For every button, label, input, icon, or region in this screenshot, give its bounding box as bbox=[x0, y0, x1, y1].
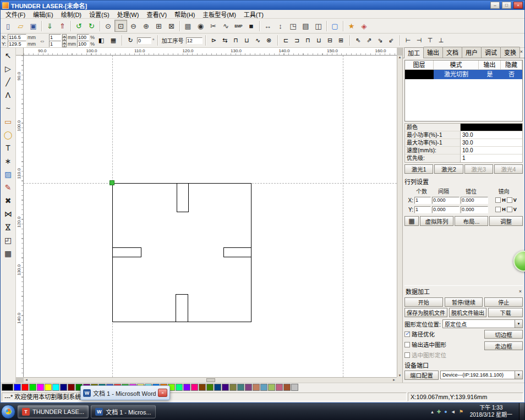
tab-output[interactable]: 输出 bbox=[423, 47, 443, 58]
tray-update-icon[interactable]: ● bbox=[444, 409, 447, 415]
output-selected-check[interactable]: 输出选中图形 bbox=[404, 340, 484, 349]
align-left-icon[interactable]: ⊏ bbox=[281, 35, 292, 46]
palette-swatch[interactable] bbox=[176, 384, 183, 391]
palette-swatch[interactable] bbox=[183, 384, 190, 391]
job-number-input[interactable] bbox=[186, 37, 203, 44]
mirror-v-tool-icon[interactable]: ⋈ bbox=[2, 220, 15, 233]
dropdown-arrow-icon[interactable]: ▼ bbox=[515, 371, 522, 379]
palette-swatch[interactable] bbox=[237, 384, 244, 391]
tab-process[interactable]: 加工 bbox=[404, 47, 424, 58]
tab-transform[interactable]: 变换 bbox=[500, 47, 520, 58]
array-y-gap-input[interactable] bbox=[432, 206, 460, 213]
palette-swatch[interactable] bbox=[21, 384, 29, 391]
laser-sim-icon[interactable]: ★ bbox=[345, 20, 358, 32]
dropdown-arrow-icon[interactable]: ▼ bbox=[515, 320, 522, 328]
preview-icon[interactable]: ◫ bbox=[312, 20, 325, 32]
palette-swatch[interactable] bbox=[29, 384, 36, 391]
layer-color-swatch[interactable] bbox=[460, 124, 522, 131]
fill-tool-icon[interactable]: ■ bbox=[245, 20, 258, 32]
v-distribute-icon[interactable]: ↕ bbox=[274, 20, 287, 32]
drawn-shape[interactable] bbox=[24, 56, 397, 377]
palette-swatch[interactable] bbox=[199, 384, 206, 391]
image-tool-icon[interactable]: ▨ bbox=[2, 168, 15, 180]
open-folder-icon[interactable]: ▱ bbox=[14, 20, 27, 32]
palette-swatch[interactable] bbox=[206, 384, 214, 391]
palette-swatch[interactable] bbox=[291, 384, 298, 391]
bmp-tool-icon[interactable]: BMP bbox=[232, 20, 245, 32]
path-optimize-checkbox[interactable] bbox=[404, 331, 410, 337]
zoom-window-icon[interactable]: ⊡ bbox=[114, 20, 127, 32]
dock-top-icon[interactable]: ⊤ bbox=[425, 35, 436, 46]
ellipse-tool-icon[interactable]: ◯ bbox=[2, 128, 15, 141]
close-curve-icon[interactable]: ⊓ bbox=[231, 35, 242, 46]
path-optimize-check[interactable]: 路径优化 bbox=[404, 330, 484, 338]
palette-swatch[interactable] bbox=[245, 384, 252, 391]
machine-config-icon[interactable]: ◈ bbox=[358, 20, 370, 32]
align-right-icon[interactable]: ⊐ bbox=[292, 35, 303, 46]
cut-frame-button[interactable]: 切边框 bbox=[484, 330, 523, 339]
smooth-curve-icon[interactable]: ∿ bbox=[253, 35, 264, 46]
group-icon[interactable]: ◳ bbox=[287, 20, 299, 32]
print-icon[interactable]: ▤ bbox=[299, 20, 312, 32]
height-input[interactable] bbox=[49, 41, 61, 47]
output-selected-checkbox[interactable] bbox=[404, 342, 410, 347]
array-tool-icon[interactable]: ▦ bbox=[2, 247, 15, 259]
array-x-stagger-input[interactable] bbox=[461, 197, 488, 204]
maximize-button[interactable]: □ bbox=[502, 2, 511, 9]
menu-process[interactable]: 处理(W) bbox=[113, 9, 143, 19]
zoom-origin-icon[interactable]: ⊙ bbox=[102, 20, 114, 32]
preview-close-button[interactable]: × bbox=[158, 389, 167, 397]
menu-edit[interactable]: 编辑(E) bbox=[29, 9, 57, 19]
star-tool-icon[interactable]: ∗ bbox=[2, 154, 15, 167]
export-icon[interactable]: ⇑ bbox=[56, 20, 69, 32]
port-config-button[interactable]: 端口配置 bbox=[404, 371, 439, 380]
pos-y-input[interactable] bbox=[8, 41, 26, 47]
palette-swatch[interactable] bbox=[214, 384, 221, 391]
array-x-count-input[interactable] bbox=[414, 197, 431, 204]
laser2-button[interactable]: 激光2 bbox=[434, 164, 463, 174]
scale-y-input[interactable] bbox=[77, 41, 89, 47]
palette-swatch[interactable] bbox=[52, 384, 59, 391]
align-top-icon[interactable]: ⊓ bbox=[303, 35, 314, 46]
select-tool-icon[interactable]: ↖ bbox=[2, 49, 15, 62]
vertical-scrollbar[interactable]: ▲ ▼ bbox=[397, 56, 402, 377]
save-icon[interactable]: ▣ bbox=[27, 20, 40, 32]
array-y-count-input[interactable] bbox=[414, 206, 431, 213]
line-tool-icon[interactable]: ╱ bbox=[2, 75, 15, 88]
scroll-up-icon[interactable]: ▲ bbox=[398, 56, 402, 59]
device-select[interactable]: Device---(IP:192.168.1.100) ▼ bbox=[440, 371, 523, 379]
array-y-stagger-input[interactable] bbox=[461, 206, 488, 213]
position-mode-select[interactable]: 原定位点 ▼ bbox=[442, 319, 523, 328]
mirror-h-tool-icon[interactable]: ⋈ bbox=[2, 207, 15, 220]
scroll-right-icon[interactable]: ► bbox=[392, 378, 396, 382]
set-start-point-icon[interactable]: ⊳ bbox=[209, 35, 220, 46]
zoom-in-icon[interactable]: ⊕ bbox=[140, 20, 152, 32]
curve-tool-icon[interactable]: ~ bbox=[2, 102, 15, 114]
move-bottom-left-icon[interactable]: ⇙ bbox=[386, 35, 397, 46]
palette-swatch[interactable] bbox=[60, 384, 67, 391]
height-spinner[interactable]: ▲▼ bbox=[62, 41, 67, 47]
scale-x-input[interactable] bbox=[77, 34, 89, 41]
center-point-icon[interactable]: ◉ bbox=[194, 20, 207, 32]
redo-icon[interactable]: ↻ bbox=[85, 20, 98, 32]
curve-wave-icon[interactable]: ∿ bbox=[220, 20, 232, 32]
width-input[interactable] bbox=[49, 34, 61, 41]
canvas[interactable] bbox=[24, 56, 397, 377]
selected-position-check[interactable]: 选中图形定位 bbox=[404, 351, 484, 359]
dock-right-icon[interactable]: ⊣ bbox=[414, 35, 425, 46]
array-grid-button[interactable]: ▦ bbox=[404, 216, 419, 226]
minimize-button[interactable]: – bbox=[490, 2, 500, 9]
new-doc-icon[interactable]: ▯ bbox=[2, 20, 14, 32]
rotate-icon[interactable]: ↻ bbox=[125, 35, 136, 46]
pick-color-icon[interactable]: ▩ bbox=[182, 20, 194, 32]
display-icon[interactable]: ▢ bbox=[329, 20, 341, 32]
link-xy-icon[interactable]: ⇔ bbox=[37, 35, 48, 46]
cut-path-icon[interactable]: ✂ bbox=[207, 20, 220, 32]
start-button[interactable]: 开始 bbox=[404, 297, 443, 307]
mirror-y-h-checkbox[interactable] bbox=[495, 207, 501, 212]
laser3-button[interactable]: 激光3 bbox=[464, 164, 493, 174]
node-edit-tool-icon[interactable]: ▷ bbox=[2, 62, 15, 75]
laser1-button[interactable]: 激光1 bbox=[404, 164, 433, 174]
polyline-tool-icon[interactable]: Λ bbox=[2, 89, 15, 101]
laser4-button[interactable]: 激光4 bbox=[494, 164, 523, 174]
